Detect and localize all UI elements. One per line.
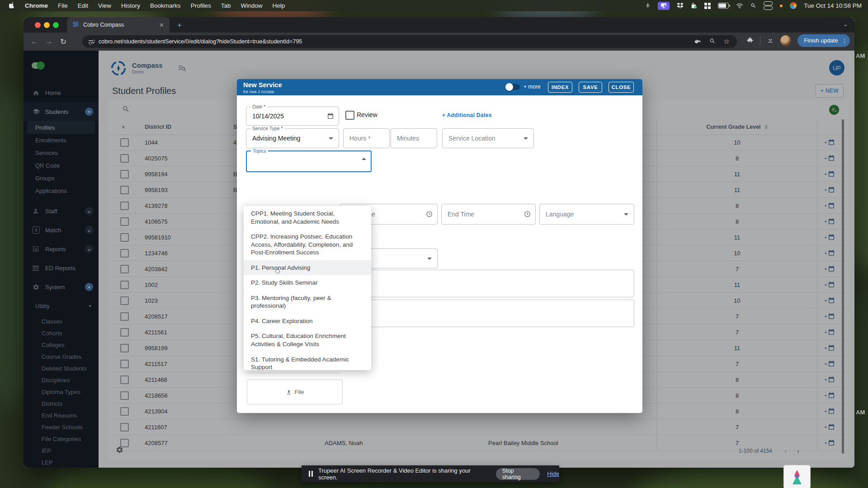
browser-window: Cobro Compass ✕ + ⌄ ← → ↻ cobro.net/stud…	[24, 17, 854, 468]
control-center-icon[interactable]	[764, 1, 773, 10]
sharing-message: Trupeer AI Screen Recorder & Video Edito…	[318, 467, 490, 481]
upload-icon	[286, 389, 292, 395]
pyramid-image	[789, 469, 805, 485]
calendar-icon[interactable]	[327, 113, 334, 120]
dropbox-icon[interactable]	[677, 3, 684, 9]
menu-bar-clock[interactable]: Tue Oct 14 10:58 PM	[804, 2, 862, 9]
extensions-icon[interactable]	[746, 36, 754, 45]
menu-file[interactable]: File	[53, 2, 73, 9]
menu-view[interactable]: View	[93, 2, 116, 9]
topic-option-cpp2[interactable]: CPP2. Increasing Postsec. Education Acce…	[244, 229, 371, 260]
date-field[interactable]: Date * 10/14/2025	[246, 107, 339, 126]
apple-icon	[9, 2, 15, 9]
topics-select[interactable]: Topics	[246, 150, 372, 172]
chevron-down-icon	[427, 258, 432, 260]
forward-button[interactable]: →	[42, 37, 56, 46]
password-key-icon[interactable]	[694, 38, 701, 46]
address-bar[interactable]: cobro.net/students/studentService/0/edit…	[82, 35, 737, 48]
service-type-select[interactable]: Service Type * Advising Meeting	[246, 128, 339, 148]
hand-cursor-icon	[274, 267, 281, 277]
topic-option-p1[interactable]: P1. Personal Advising	[244, 260, 371, 276]
modal-subtitle: for Ava J Acosta	[243, 89, 274, 94]
clock-icon[interactable]	[426, 211, 433, 218]
modal-header: New Service for Ava J Acosta + more INDE…	[237, 79, 642, 95]
wallpaper-text-fragment: AM	[856, 409, 865, 416]
topic-option-cpp1[interactable]: CPP1. Meeting Student Social, Emotional,…	[244, 206, 371, 229]
status-dot-icon	[780, 5, 783, 7]
browser-profile-avatar[interactable]	[780, 35, 791, 46]
kebab-menu-icon[interactable]: ⋮	[842, 38, 848, 44]
chevron-down-icon	[329, 137, 333, 140]
review-label: Review	[357, 111, 377, 118]
browser-profile-icon[interactable]	[790, 2, 797, 9]
battery-icon	[718, 3, 729, 9]
microphone-icon[interactable]	[645, 2, 651, 9]
app-badge-icon[interactable]	[691, 3, 697, 9]
topic-option-p3[interactable]: P3. Mentoring (faculty, peer & professio…	[244, 291, 371, 314]
menu-profiles[interactable]: Profiles	[186, 2, 216, 9]
chevron-down-icon	[524, 137, 528, 140]
menu-chrome[interactable]: Chrome	[20, 2, 53, 9]
menu-history[interactable]: History	[116, 2, 145, 9]
stop-sharing-button[interactable]: Stop sharing	[496, 468, 540, 480]
additional-dates-link[interactable]: + Additional Dates	[442, 112, 492, 118]
zoom-icon[interactable]	[709, 38, 716, 46]
end-time-field[interactable]: End Time	[441, 204, 536, 225]
minimize-window-button[interactable]	[44, 22, 50, 28]
macos-menu-bar: Chrome File Edit View History Bookmarks …	[0, 0, 868, 11]
close-button[interactable]: CLOSE	[609, 82, 634, 93]
desktop: AM AM Chrome File Edit View History Book…	[0, 0, 868, 488]
pause-icon	[309, 471, 313, 477]
wallpaper-text-fragment: AM	[856, 52, 865, 59]
screen-sharing-icon[interactable]	[658, 2, 670, 10]
topic-option-p2[interactable]: P2. Study Skills Seminar	[244, 275, 371, 291]
hours-field[interactable]: Hours *	[343, 128, 390, 148]
back-button[interactable]: ←	[27, 37, 42, 46]
browser-tab[interactable]: Cobro Compass ✕	[67, 17, 170, 33]
url-text[interactable]: cobro.net/students/studentService/0/edit…	[99, 38, 302, 45]
topics-dropdown: CPP1. Meeting Student Social, Emotional,…	[244, 206, 371, 370]
signature-divider	[246, 373, 339, 373]
downloads-icon[interactable]	[767, 36, 774, 45]
tab-close-icon[interactable]: ✕	[159, 22, 164, 28]
more-label: + more	[524, 84, 541, 90]
apple-menu-icon[interactable]	[0, 2, 20, 10]
menu-edit[interactable]: Edit	[73, 2, 93, 9]
menu-help[interactable]: Help	[267, 2, 290, 9]
topic-option-p4[interactable]: P4. Career Exploration	[244, 314, 371, 329]
tab-search-chevron-icon[interactable]: ⌄	[843, 21, 848, 28]
new-tab-button[interactable]: +	[177, 21, 182, 30]
service-location-select[interactable]: Service Location	[442, 128, 534, 148]
topic-option-p5[interactable]: P5. Cultural, Education Enrichment Activ…	[244, 328, 371, 352]
bookmark-star-icon[interactable]: ☆	[724, 38, 730, 46]
site-settings-icon[interactable]	[89, 39, 94, 45]
menu-window[interactable]: Window	[236, 2, 267, 9]
modal-title: New Service	[243, 81, 282, 89]
review-checkbox[interactable]	[345, 111, 354, 120]
tab-strip: Cobro Compass ✕ + ⌄	[24, 17, 854, 33]
more-toggle[interactable]	[506, 84, 520, 90]
menu-bookmarks[interactable]: Bookmarks	[145, 2, 186, 9]
save-button[interactable]: SAVE	[579, 82, 602, 93]
hide-link[interactable]: Hide	[547, 470, 559, 477]
close-window-button[interactable]	[35, 22, 41, 28]
zoom-window-button[interactable]	[53, 22, 59, 28]
menu-tab[interactable]: Tab	[216, 2, 236, 9]
chevron-down-icon	[624, 213, 628, 216]
reload-button[interactable]: ↻	[56, 37, 71, 47]
language-select[interactable]: Language	[539, 204, 634, 225]
tab-favicon	[72, 21, 79, 29]
index-button[interactable]: INDEX	[548, 82, 572, 93]
finish-update-button[interactable]: Finish update ⋮	[797, 34, 850, 47]
file-upload-button[interactable]: File	[247, 380, 343, 404]
clock-icon[interactable]	[524, 211, 531, 218]
window-manager-icon[interactable]	[704, 3, 711, 9]
minutes-field[interactable]: Minutes	[391, 128, 437, 148]
screen-sharing-bar: Trupeer AI Screen Recorder & Video Edito…	[302, 465, 559, 482]
chevron-up-icon	[362, 158, 366, 160]
new-service-modal: New Service for Ava J Acosta + more INDE…	[237, 79, 642, 413]
topic-option-s1[interactable]: S1. Tutoring & Embedded Academic Support	[244, 352, 371, 370]
spotlight-icon[interactable]	[750, 3, 756, 9]
recorder-preview-window[interactable]	[783, 465, 811, 488]
wifi-icon[interactable]	[736, 3, 743, 9]
